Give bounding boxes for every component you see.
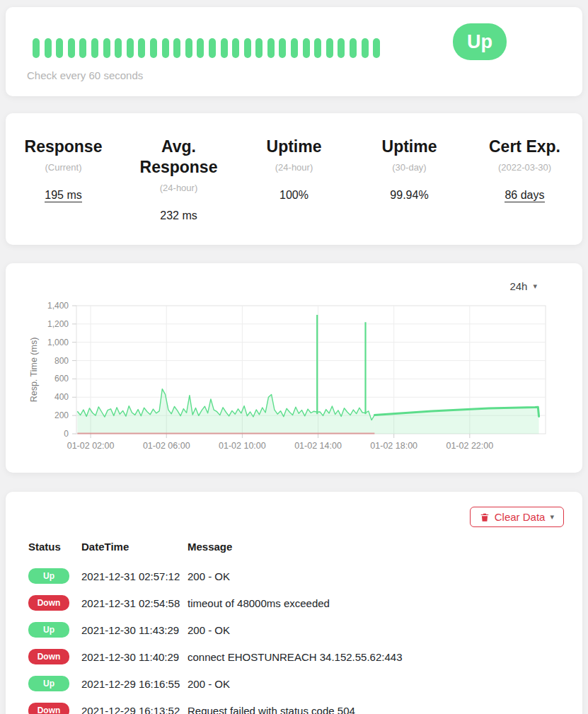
- cell-datetime: 2021-12-30 11:40:29: [81, 651, 188, 663]
- status-badge: Up: [28, 676, 69, 691]
- events-rows: Up2021-12-31 02:57:12200 - OKDown2021-12…: [28, 563, 561, 714]
- svg-text:01-02 10:00: 01-02 10:00: [219, 441, 266, 451]
- svg-text:1,200: 1,200: [47, 319, 69, 329]
- svg-text:0: 0: [64, 429, 69, 439]
- cell-message: connect EHOSTUNREACH 34.152.55.62:443: [188, 651, 561, 663]
- heartbeat-beat[interactable]: [267, 38, 275, 58]
- stat-value-text[interactable]: 86 days: [505, 189, 544, 202]
- cell-status: Up: [28, 568, 81, 584]
- heartbeat-beat[interactable]: [209, 38, 216, 58]
- heartbeat-beat[interactable]: [45, 38, 52, 58]
- heartbeat-beat[interactable]: [244, 38, 251, 58]
- stat-value-text[interactable]: 195 ms: [45, 189, 81, 202]
- heartbeat-beat[interactable]: [91, 38, 98, 58]
- response-chart: 02004006008001,0001,2001,40001-02 02:000…: [6, 263, 582, 473]
- stat-title: Uptime: [241, 137, 347, 157]
- events-card: Clear Data ▾ Status DateTime Message Up2…: [6, 492, 582, 714]
- stat-cert-exp-: Cert Exp.(2022-03-30)86 days: [467, 137, 582, 222]
- heartbeat-bar: [33, 38, 380, 58]
- svg-text:800: 800: [54, 356, 69, 366]
- status-badge: Up: [453, 23, 507, 60]
- status-badge: Down: [28, 595, 69, 611]
- heartbeat-beat[interactable]: [326, 38, 333, 58]
- heartbeat-beat[interactable]: [127, 38, 134, 58]
- table-row: Down2021-12-30 11:40:29connect EHOSTUNRE…: [28, 643, 561, 670]
- table-row: Down2021-12-31 02:54:58timeout of 48000m…: [28, 589, 561, 616]
- column-header-datetime: DateTime: [81, 541, 188, 553]
- chevron-down-icon: ▾: [533, 282, 537, 291]
- stat-value: 195 ms: [10, 189, 117, 202]
- heartbeat-beat[interactable]: [173, 38, 180, 58]
- cell-message: 200 - OK: [188, 678, 561, 690]
- heartbeat-beat[interactable]: [362, 38, 369, 58]
- table-row: Down2021-12-29 16:13:52Request failed wi…: [28, 697, 561, 714]
- heartbeat-beat[interactable]: [162, 38, 169, 58]
- chart-card: 24h ▾ 02004006008001,0001,2001,40001-02 …: [6, 263, 582, 473]
- events-table-header: Status DateTime Message: [28, 536, 561, 557]
- status-badge: Down: [28, 649, 69, 664]
- stats-row: Response(Current)195 msAvg. Response(24-…: [6, 113, 582, 222]
- stat-subtitle: (Current): [10, 162, 117, 173]
- heartbeat-beat[interactable]: [197, 38, 204, 58]
- stat-value-text: 232 ms: [160, 209, 197, 221]
- svg-text:01-02 22:00: 01-02 22:00: [446, 441, 493, 451]
- svg-text:400: 400: [54, 392, 69, 402]
- cell-status: Down: [28, 595, 81, 611]
- stats-card: Response(Current)195 msAvg. Response(24-…: [6, 113, 582, 245]
- cell-datetime: 2021-12-31 02:54:58: [81, 597, 188, 609]
- heartbeat-beat[interactable]: [103, 38, 110, 58]
- heartbeat-beat[interactable]: [255, 38, 263, 58]
- heartbeat-beat[interactable]: [291, 38, 298, 58]
- chart-period-dropdown[interactable]: 24h ▾: [509, 280, 537, 292]
- cell-status: Down: [28, 703, 81, 714]
- stat-avg-response: Avg. Response(24-hour)232 ms: [121, 137, 236, 222]
- heartbeat-beat[interactable]: [314, 38, 321, 58]
- svg-text:200: 200: [54, 410, 69, 420]
- chart-period-label: 24h: [509, 280, 527, 292]
- table-row: Up2021-12-30 11:43:29200 - OK: [28, 616, 561, 643]
- heartbeat-beat[interactable]: [138, 38, 145, 58]
- cell-datetime: 2021-12-30 11:43:29: [81, 624, 188, 636]
- cell-message: 200 - OK: [188, 624, 561, 636]
- status-badge: Up: [28, 622, 69, 638]
- stat-value: 99.94%: [356, 189, 463, 202]
- stat-subtitle: (30-day): [356, 162, 463, 173]
- heartbeat-beat[interactable]: [68, 38, 75, 58]
- svg-text:01-02 18:00: 01-02 18:00: [370, 441, 417, 451]
- cell-message: Request failed with status code 504: [188, 705, 561, 714]
- status-badge: Down: [28, 703, 69, 714]
- heartbeat-beat[interactable]: [350, 38, 357, 58]
- heartbeat-beat[interactable]: [185, 38, 192, 58]
- heartbeat-beat[interactable]: [56, 38, 63, 58]
- stat-uptime: Uptime(30-day)99.94%: [352, 137, 467, 222]
- heartbeat-beat[interactable]: [115, 38, 122, 58]
- heartbeat-beat[interactable]: [221, 38, 228, 58]
- svg-text:01-02 02:00: 01-02 02:00: [67, 441, 115, 451]
- heartbeat-beat[interactable]: [232, 38, 239, 58]
- heartbeat-beat[interactable]: [303, 38, 310, 58]
- cell-status: Up: [28, 622, 81, 638]
- clear-data-label: Clear Data: [495, 511, 546, 523]
- column-header-status: Status: [28, 541, 81, 553]
- column-header-message: Message: [188, 541, 561, 553]
- svg-text:600: 600: [54, 374, 69, 384]
- cell-message: timeout of 48000ms exceeded: [188, 597, 561, 609]
- stat-title: Uptime: [356, 137, 463, 157]
- cell-datetime: 2021-12-29 16:13:52: [81, 705, 188, 714]
- stat-value: 232 ms: [125, 209, 232, 222]
- stat-response: Response(Current)195 ms: [6, 137, 121, 222]
- stat-uptime: Uptime(24-hour)100%: [236, 137, 352, 222]
- clear-data-button[interactable]: Clear Data ▾: [470, 507, 564, 527]
- table-row: Up2021-12-31 02:57:12200 - OK: [28, 563, 561, 589]
- heartbeat-beat[interactable]: [279, 38, 286, 58]
- heartbeat-beat[interactable]: [373, 38, 380, 58]
- heartbeat-beat[interactable]: [33, 38, 40, 58]
- stat-subtitle: (2022-03-30): [471, 162, 578, 173]
- svg-text:1,400: 1,400: [47, 301, 69, 311]
- heartbeat-beat[interactable]: [338, 38, 345, 58]
- heartbeat-beat[interactable]: [150, 38, 157, 58]
- stat-value: 100%: [241, 189, 347, 202]
- trash-icon: [480, 512, 490, 522]
- monitor-card: Up Check every 60 seconds: [6, 7, 582, 96]
- heartbeat-beat[interactable]: [79, 38, 86, 58]
